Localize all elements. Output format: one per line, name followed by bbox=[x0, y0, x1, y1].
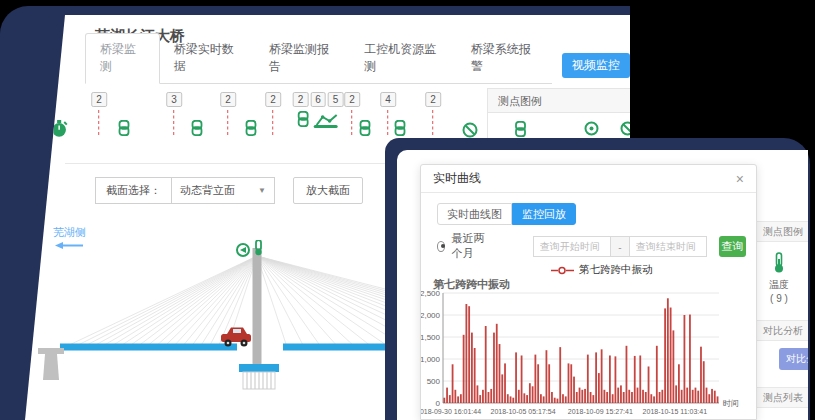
modal-title: 实时曲线 bbox=[433, 170, 481, 187]
sensor-item-chain[interactable] bbox=[245, 120, 258, 138]
legend-marker-icon bbox=[551, 266, 575, 275]
svg-text:2,000: 2,000 bbox=[421, 311, 441, 320]
sensor-item-cluster[interactable]: 265 bbox=[293, 92, 344, 129]
vibration-sensor-icon[interactable] bbox=[313, 114, 339, 129]
sensor-count-badge: 2 bbox=[344, 92, 360, 107]
sensor-item-dash[interactable]: 2 bbox=[425, 92, 441, 135]
realtime-curve-modal: 实时曲线 × 实时曲线图 监控回放 最近两个月 - 查询 第七跨跨中振动 bbox=[420, 164, 757, 420]
chart-legend[interactable]: 第七跨跨中振动 bbox=[551, 263, 653, 277]
detail-legend-header: 测点图例 bbox=[757, 221, 808, 242]
section-select-dropdown[interactable]: 动态背立面 ▼ bbox=[171, 177, 275, 204]
temperature-label: 温度 bbox=[760, 278, 798, 292]
chain-sensor-icon[interactable] bbox=[118, 120, 131, 138]
dashed-marker bbox=[273, 110, 274, 135]
svg-text:2018-09-30 16:01:44: 2018-09-30 16:01:44 bbox=[421, 408, 481, 415]
last-two-months-radio[interactable] bbox=[437, 241, 445, 252]
main-tab-bar: 桥梁监测桥梁实时数据桥梁监测报告工控机资源监测桥梁系统报警 bbox=[85, 56, 552, 84]
gauge-icon[interactable] bbox=[584, 121, 599, 136]
sensor-count-badge: 2 bbox=[425, 92, 441, 107]
sensor-count-badge: 6 bbox=[310, 92, 326, 107]
tab-main-0[interactable]: 桥梁监测 bbox=[85, 33, 160, 84]
sensor-item-chain[interactable] bbox=[359, 120, 372, 138]
point-list-header: 测点列表 bbox=[757, 387, 808, 408]
sensor-item-dash[interactable]: 2 bbox=[220, 92, 236, 135]
dashed-marker bbox=[228, 110, 229, 135]
svg-text:500: 500 bbox=[427, 377, 441, 386]
vibration-chart: 2,5002,0001,5001,00050002018-09-30 16:01… bbox=[421, 291, 758, 420]
tab-realtime-curve[interactable]: 实时曲线图 bbox=[437, 203, 512, 225]
dashed-marker bbox=[388, 110, 389, 135]
section-select-value: 动态背立面 bbox=[180, 183, 235, 198]
sensor-item-chain[interactable] bbox=[118, 120, 131, 138]
start-time-input[interactable] bbox=[533, 236, 611, 257]
chevron-down-icon: ▼ bbox=[258, 186, 266, 195]
chain-sensor-icon[interactable] bbox=[514, 121, 527, 139]
sensor-item-noentry[interactable] bbox=[462, 122, 478, 138]
thermometer-icon bbox=[772, 252, 786, 274]
measure-point-detail-window: 测点图例 温度 ( 9 ) 对比分析 对比分析 测点列表 实时曲线 × 实时曲线… bbox=[397, 150, 808, 420]
sensor-count-badge: 4 bbox=[380, 92, 396, 107]
tab-main-2[interactable]: 桥梁监测报告 bbox=[255, 34, 350, 83]
section-controls: 截面选择： 动态背立面 ▼ 放大截面 bbox=[95, 177, 363, 204]
sensor-item-chain[interactable] bbox=[191, 120, 204, 138]
dashed-marker bbox=[99, 110, 100, 135]
modal-header: 实时曲线 × bbox=[421, 165, 756, 193]
detail-right-column: 测点图例 温度 ( 9 ) 对比分析 对比分析 测点列表 bbox=[757, 150, 808, 420]
time-range-picker: - bbox=[533, 236, 707, 257]
modal-tab-bar: 实时曲线图 监控回放 bbox=[437, 203, 576, 225]
sensor-count-badge: 2 bbox=[220, 92, 236, 107]
range-separator: - bbox=[611, 236, 629, 257]
query-button[interactable]: 查询 bbox=[719, 236, 746, 257]
dashed-marker bbox=[174, 110, 175, 135]
sensor-item-dash[interactable]: 2 bbox=[91, 92, 107, 135]
chart-title: 第七跨跨中振动 bbox=[433, 277, 510, 292]
svg-text:2018-10-09 15:27:41: 2018-10-09 15:27:41 bbox=[568, 408, 633, 415]
sensor-count-badge: 2 bbox=[265, 92, 281, 107]
tab-monitor-playback[interactable]: 监控回放 bbox=[512, 203, 576, 225]
svg-text:1,000: 1,000 bbox=[421, 355, 441, 364]
dashed-marker bbox=[433, 110, 434, 135]
svg-text:2018-10-15 11:03:41: 2018-10-15 11:03:41 bbox=[643, 408, 708, 415]
sensor-item-dash[interactable]: 2 bbox=[344, 92, 360, 135]
legend-panel-title: 测点图例 bbox=[488, 89, 631, 113]
compare-section-header: 对比分析 bbox=[757, 320, 808, 341]
sensor-item-chain[interactable] bbox=[394, 120, 407, 138]
end-time-input[interactable] bbox=[629, 236, 707, 257]
temperature-legend-item[interactable]: 温度 ( 9 ) bbox=[760, 252, 798, 306]
svg-text:2,500: 2,500 bbox=[421, 291, 441, 298]
black-overlay bbox=[630, 0, 815, 142]
no-entry-icon[interactable] bbox=[462, 122, 478, 138]
sensor-count-badge: 5 bbox=[328, 92, 344, 107]
svg-text:2018-10-05 05:17:54: 2018-10-05 05:17:54 bbox=[491, 408, 556, 415]
compare-analysis-button[interactable]: 对比分析 bbox=[779, 348, 808, 370]
chain-sensor-icon[interactable] bbox=[297, 111, 310, 129]
radio-label: 最近两个月 bbox=[451, 231, 490, 261]
sensor-count-badge: 2 bbox=[293, 92, 309, 107]
sensor-count-badge: 2 bbox=[91, 92, 107, 107]
enlarge-section-button[interactable]: 放大截面 bbox=[293, 177, 363, 204]
section-select-label: 截面选择： bbox=[95, 177, 171, 204]
tab-main-4[interactable]: 桥梁系统报警 bbox=[457, 34, 552, 83]
chain-sensor-icon[interactable] bbox=[245, 120, 258, 138]
sensor-item-dash[interactable]: 2 bbox=[265, 92, 281, 135]
query-form: 最近两个月 - 查询 bbox=[437, 235, 746, 257]
dashed-marker bbox=[352, 110, 353, 135]
video-monitor-button[interactable]: 视频监控 bbox=[562, 53, 630, 78]
svg-text:0: 0 bbox=[436, 399, 441, 408]
sensor-count-badge: 3 bbox=[166, 92, 182, 107]
chain-sensor-icon[interactable] bbox=[191, 120, 204, 138]
sensor-item-dash[interactable]: 3 bbox=[166, 92, 182, 135]
temperature-count: ( 9 ) bbox=[760, 292, 798, 306]
svg-text:时间: 时间 bbox=[723, 399, 739, 408]
tab-main-3[interactable]: 工控机资源监测 bbox=[350, 34, 456, 83]
tab-main-1[interactable]: 桥梁实时数据 bbox=[160, 34, 255, 83]
close-icon[interactable]: × bbox=[736, 172, 744, 186]
chain-sensor-icon[interactable] bbox=[359, 120, 372, 138]
legend-series-label: 第七跨跨中振动 bbox=[579, 263, 653, 277]
chain-sensor-icon[interactable] bbox=[394, 120, 407, 138]
svg-text:1,500: 1,500 bbox=[421, 333, 441, 342]
